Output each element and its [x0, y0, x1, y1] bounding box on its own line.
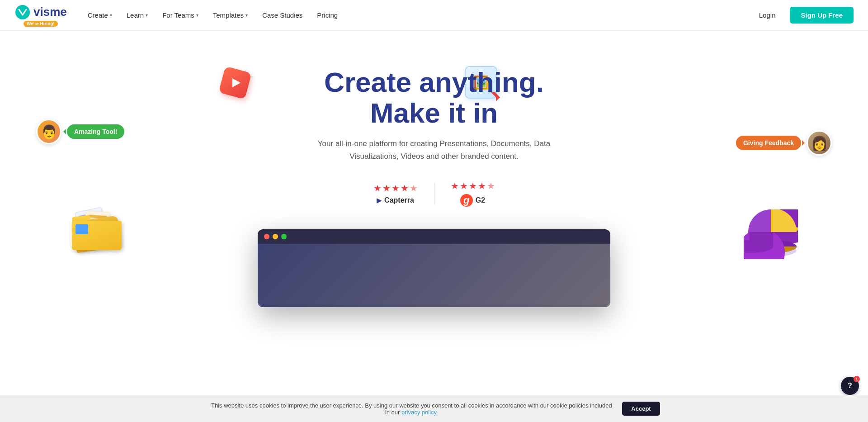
g2-logo: g G2	[460, 194, 485, 207]
help-badge: 1	[854, 376, 860, 382]
video-overlay	[258, 244, 610, 307]
cookie-banner: This website uses cookies to improve the…	[0, 395, 868, 422]
chevron-down-icon: ▾	[196, 13, 198, 18]
logo-wordmark: visme	[33, 5, 67, 19]
nav-create[interactable]: Create ▾	[81, 8, 118, 23]
nav-templates[interactable]: Templates ▾	[207, 8, 254, 23]
g2-logo-icon: g	[460, 194, 473, 207]
logo-area: visme We're Hiring!	[14, 4, 67, 27]
chevron-down-icon: ▾	[245, 13, 248, 18]
capterra-stars: ★ ★ ★ ★ ★	[373, 183, 418, 194]
star-4: ★	[401, 183, 409, 194]
nav-case-studies[interactable]: Case Studies	[256, 8, 309, 23]
window-maximize-dot	[281, 234, 287, 239]
hero-section: Create anything. Make it in Your all-in-…	[0, 31, 868, 334]
hiring-badge: We're Hiring!	[24, 21, 58, 27]
ratings-section: ★ ★ ★ ★ ★ ▶ Capterra ★ ★ ★ ★ ★	[357, 180, 511, 207]
g2-stars: ★ ★ ★ ★ ★	[451, 180, 495, 191]
star-3: ★	[392, 183, 400, 194]
cookie-accept-button[interactable]: Accept	[622, 402, 660, 416]
video-content	[258, 244, 610, 307]
nav-left: visme We're Hiring! Create ▾ Learn ▾ For…	[14, 4, 344, 27]
nav-pricing[interactable]: Pricing	[311, 8, 344, 23]
video-preview	[258, 229, 610, 307]
hero-title: Create anything. Make it in	[324, 67, 544, 128]
help-button[interactable]: ? 1	[841, 377, 859, 395]
star-1: ★	[373, 183, 382, 194]
nav-right: Login Sign Up Free	[752, 7, 854, 24]
signup-button[interactable]: Sign Up Free	[790, 7, 854, 24]
cookie-text: This website uses cookies to improve the…	[208, 402, 615, 416]
nav-for-teams[interactable]: For Teams ▾	[156, 8, 205, 23]
capterra-rating: ★ ★ ★ ★ ★ ▶ Capterra	[357, 183, 434, 204]
navbar: visme We're Hiring! Create ▾ Learn ▾ For…	[0, 0, 868, 31]
svg-point-0	[15, 5, 30, 19]
logo[interactable]: visme	[14, 4, 67, 20]
g2-rating: ★ ★ ★ ★ ★ g G2	[434, 180, 511, 207]
login-button[interactable]: Login	[752, 8, 783, 23]
star-half: ★	[410, 183, 418, 194]
main-content: 👨 Amazing Tool! 🖼️ Giving Feedback 👩	[0, 31, 868, 422]
window-minimize-dot	[273, 234, 278, 239]
star-1: ★	[451, 180, 459, 191]
video-titlebar	[258, 229, 610, 244]
hero-subtitle: Your all-in-one platform for creating Pr…	[316, 138, 552, 162]
capterra-arrow-icon: ▶	[377, 197, 382, 204]
chevron-down-icon: ▾	[110, 13, 112, 18]
star-2: ★	[460, 180, 468, 191]
visme-logo-icon	[14, 4, 31, 20]
window-close-dot	[264, 234, 269, 239]
star-4: ★	[478, 180, 486, 191]
video-preview-wrapper	[9, 229, 859, 307]
chevron-down-icon: ▾	[146, 13, 148, 18]
capterra-logo: ▶ Capterra	[377, 196, 414, 204]
nav-learn[interactable]: Learn ▾	[120, 8, 154, 23]
star-3: ★	[469, 180, 477, 191]
star-half: ★	[487, 180, 495, 191]
star-2: ★	[382, 183, 391, 194]
privacy-policy-link[interactable]: privacy policy.	[401, 409, 438, 416]
nav-links: Create ▾ Learn ▾ For Teams ▾ Templates ▾…	[81, 8, 344, 23]
